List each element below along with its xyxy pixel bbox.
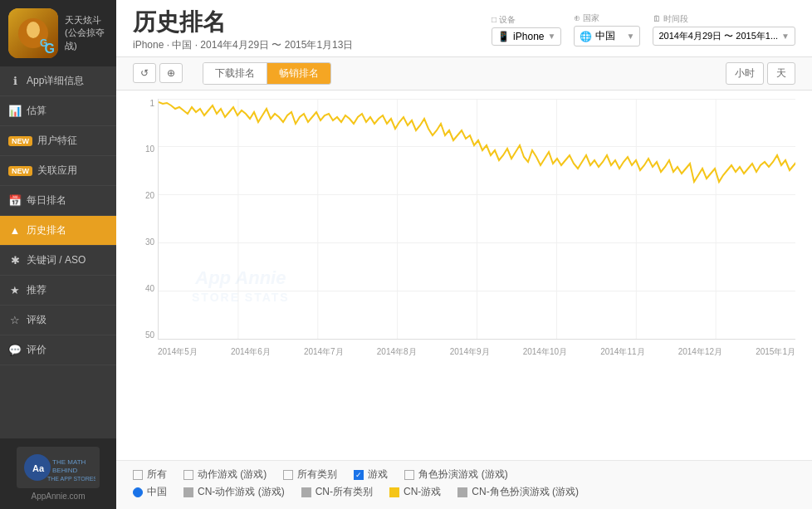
y-label-40: 40 bbox=[145, 284, 154, 293]
device-value: iPhone bbox=[513, 31, 544, 42]
key-icon: ✱ bbox=[8, 254, 22, 267]
legend-china[interactable]: 中国 bbox=[133, 485, 167, 499]
hour-button[interactable]: 小时 bbox=[726, 62, 764, 85]
checkbox-all[interactable] bbox=[133, 470, 143, 480]
time-range-control: 🗓 时间段 2014年4月29日 〜 2015年1... ▼ bbox=[653, 13, 795, 46]
x-label-may: 2014年5月 bbox=[158, 346, 198, 358]
legend-all-categories[interactable]: 所有类别 bbox=[283, 467, 337, 482]
legend-rpg-label: 角色扮演游戏 (游戏) bbox=[418, 467, 507, 482]
sidebar-item-review[interactable]: 💬 评价 bbox=[0, 335, 116, 365]
sidebar-label: 评价 bbox=[27, 343, 46, 357]
legend-action-game[interactable]: 动作游戏 (游戏) bbox=[183, 467, 267, 482]
tab-bestseller-rank[interactable]: 畅销排名 bbox=[267, 63, 330, 84]
sidebar-item-user-features[interactable]: NEW 用户特征 bbox=[0, 126, 116, 156]
legend-cn-rpg-label: CN-角色扮演游戏 (游戏) bbox=[472, 485, 579, 499]
checkbox-game[interactable]: ✓ bbox=[354, 470, 364, 480]
radio-china[interactable] bbox=[133, 487, 143, 497]
chevron-down-icon: ▼ bbox=[547, 32, 555, 41]
sidebar-label: 关键词 / ASO bbox=[27, 253, 86, 267]
app-name: 天天炫斗(公会掠夺战) bbox=[65, 14, 108, 52]
comment-icon: 💬 bbox=[8, 344, 22, 356]
sidebar-footer: Aa THE MATH BEHIND THE APP STORES AppAnn… bbox=[0, 438, 116, 509]
sidebar-item-estimate[interactable]: 📊 估算 bbox=[0, 96, 116, 126]
appannie-logo: Aa THE MATH BEHIND THE APP STORES bbox=[17, 447, 100, 488]
legend-action-label: 动作游戏 (游戏) bbox=[198, 467, 267, 482]
rank-tab-group: 下载排名 畅销排名 bbox=[203, 62, 331, 85]
time-value: 2014年4月29日 〜 2015年1... bbox=[658, 30, 778, 42]
checkbox-rpg[interactable] bbox=[404, 470, 414, 480]
sidebar-item-history-rank[interactable]: ▲ 历史排名 bbox=[0, 216, 116, 246]
y-label-1: 1 bbox=[149, 99, 154, 108]
svg-text:G: G bbox=[40, 37, 47, 49]
x-axis: 2014年5月 2014年6月 2014年7月 2014年8月 2014年9月 … bbox=[158, 340, 795, 365]
tab-download-rank[interactable]: 下载排名 bbox=[203, 63, 267, 84]
x-label-jun: 2014年6月 bbox=[231, 346, 271, 358]
legend-game-label: 游戏 bbox=[368, 467, 388, 482]
footer-domain: AppAnnie.com bbox=[31, 492, 85, 501]
checkbox-all-categories[interactable] bbox=[283, 470, 293, 480]
legend-cn-action-label: CN-动作游戏 (游戏) bbox=[198, 485, 285, 499]
svg-text:Aa: Aa bbox=[32, 463, 45, 473]
time-label: 🗓 时间段 bbox=[653, 13, 688, 25]
device-select[interactable]: 📱 iPhone ▼ bbox=[492, 27, 561, 46]
y-label-10: 10 bbox=[145, 144, 154, 154]
sidebar-label: App详细信息 bbox=[27, 74, 84, 88]
legend-cn-action[interactable]: CN-动作游戏 (游戏) bbox=[183, 485, 285, 499]
toolbar-left: ↺ ⊕ 下载排名 畅销排名 bbox=[133, 62, 331, 85]
svg-text:BEHIND: BEHIND bbox=[52, 467, 77, 474]
legend-cn-all-label: CN-所有类别 bbox=[316, 485, 373, 499]
watermark-line2: STORE STATS bbox=[192, 290, 290, 305]
chart-watermark: App Annie STORE STATS bbox=[192, 267, 290, 306]
zoom-button[interactable]: ⊕ bbox=[159, 63, 183, 83]
x-label-jan: 2015年1月 bbox=[756, 346, 795, 358]
legend-all-label: 所有 bbox=[147, 467, 167, 482]
sidebar-label: 关联应用 bbox=[37, 164, 77, 178]
chevron-down-icon: ▼ bbox=[626, 32, 634, 41]
x-label-nov: 2014年11月 bbox=[600, 346, 644, 358]
country-label: ⊕ 国家 bbox=[574, 12, 599, 24]
new-badge: NEW bbox=[8, 136, 32, 146]
chart-container: 1 10 20 30 40 50 bbox=[116, 91, 812, 460]
country-select[interactable]: 🌐 中国 ▼ bbox=[574, 26, 640, 46]
sidebar-item-related-apps[interactable]: NEW 关联应用 bbox=[0, 156, 116, 186]
sidebar-item-app-info[interactable]: ℹ App详细信息 bbox=[0, 66, 116, 96]
star-icon: ★ bbox=[8, 284, 22, 296]
sidebar-label: 用户特征 bbox=[37, 134, 77, 148]
legend-game[interactable]: ✓ 游戏 bbox=[354, 467, 388, 482]
legend-all[interactable]: 所有 bbox=[133, 467, 167, 482]
sidebar-item-daily-rank[interactable]: 📅 每日排名 bbox=[0, 186, 116, 216]
x-label-sep: 2014年9月 bbox=[450, 346, 490, 358]
rating-icon: ☆ bbox=[8, 314, 22, 326]
refresh-button[interactable]: ↺ bbox=[133, 63, 156, 83]
legend-row-1: 所有 动作游戏 (游戏) 所有类别 ✓ 游戏 角色扮演游戏 (游戏) bbox=[133, 467, 795, 482]
page-subtitle: iPhone · 中国 · 2014年4月29日 〜 2015年1月13日 bbox=[133, 38, 353, 52]
time-range-select[interactable]: 2014年4月29日 〜 2015年1... ▼ bbox=[653, 27, 795, 46]
country-control: ⊕ 国家 🌐 中国 ▼ bbox=[574, 12, 640, 46]
legend-cn-all[interactable]: CN-所有类别 bbox=[301, 485, 373, 499]
header-controls: □ 设备 📱 iPhone ▼ ⊕ 国家 🌐 中国 ▼ 🗓 时间段 2014 bbox=[492, 12, 795, 46]
main-header: 历史排名 iPhone · 中国 · 2014年4月29日 〜 2015年1月1… bbox=[116, 0, 812, 57]
sidebar-item-rating[interactable]: ☆ 评级 bbox=[0, 306, 116, 335]
svg-point-1 bbox=[27, 22, 40, 38]
colorbox-cn-action bbox=[183, 487, 193, 497]
footer-logo: Aa THE MATH BEHIND THE APP STORES AppAnn… bbox=[8, 447, 108, 501]
device-control: □ 设备 📱 iPhone ▼ bbox=[492, 14, 561, 46]
legend-rpg[interactable]: 角色扮演游戏 (游戏) bbox=[404, 467, 507, 482]
sidebar-label: 每日排名 bbox=[27, 193, 66, 208]
y-label-20: 20 bbox=[145, 191, 154, 200]
chart-plot-area: App Annie STORE STATS bbox=[158, 99, 795, 340]
legend-cn-rpg[interactable]: CN-角色扮演游戏 (游戏) bbox=[457, 485, 579, 499]
day-button[interactable]: 天 bbox=[767, 62, 795, 85]
x-label-dec: 2014年12月 bbox=[678, 346, 722, 358]
device-label: □ 设备 bbox=[492, 14, 516, 26]
legend-cn-game[interactable]: CN-游戏 bbox=[389, 485, 441, 499]
sidebar-item-recommend[interactable]: ★ 推荐 bbox=[0, 276, 116, 306]
svg-text:THE MATH: THE MATH bbox=[52, 458, 86, 466]
checkbox-action-game[interactable] bbox=[183, 470, 193, 480]
chevron-down-icon: ▼ bbox=[781, 32, 790, 41]
sidebar-item-keywords[interactable]: ✱ 关键词 / ASO bbox=[0, 246, 116, 276]
sidebar-label: 评级 bbox=[27, 313, 46, 327]
globe-icon: 🌐 bbox=[580, 31, 592, 42]
sidebar-label: 推荐 bbox=[27, 283, 46, 297]
y-label-30: 30 bbox=[145, 237, 154, 247]
